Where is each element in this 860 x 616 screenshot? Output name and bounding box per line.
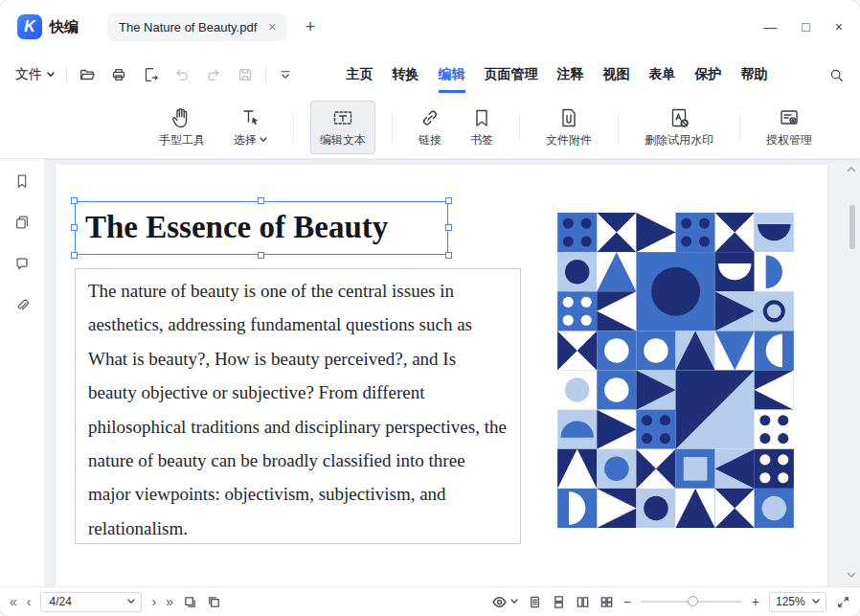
hand-icon [170, 106, 193, 129]
resize-handle[interactable] [258, 197, 264, 204]
button-label: 文件附件 [546, 132, 592, 148]
button-label: 授权管理 [766, 132, 812, 148]
next-view-button[interactable] [207, 595, 221, 609]
tab-home[interactable]: 主页 [347, 57, 373, 93]
last-page-button[interactable]: » [166, 595, 173, 608]
undo-icon [173, 66, 191, 83]
zoom-slider[interactable] [641, 595, 742, 608]
vertical-scrollbar-thumb[interactable] [849, 205, 855, 249]
hand-tool-button[interactable]: 手型工具 [149, 101, 215, 154]
titlebar: K 快编 The Nature of Beauty.pdf × + — □ × [0, 0, 860, 54]
bookmarks-panel-button[interactable] [13, 172, 31, 190]
next-view-icon [207, 595, 221, 609]
page-number-input[interactable]: 4/24 [40, 592, 142, 612]
tab-page-management[interactable]: 页面管理 [485, 57, 538, 93]
chevron-down-icon[interactable] [812, 599, 820, 605]
thumbnails-panel-button[interactable] [13, 214, 31, 231]
resize-handle[interactable] [71, 197, 78, 204]
previous-view-button[interactable] [183, 595, 197, 609]
open-file-button[interactable] [79, 66, 96, 83]
license-management-button[interactable]: 授权管理 [757, 101, 822, 154]
continuous-pages-icon [552, 595, 566, 609]
collapse-toolbar-button[interactable] [278, 67, 293, 82]
body-text-box[interactable]: The nature of beauty is one of the centr… [75, 268, 521, 544]
window-controls: — □ × [763, 20, 843, 34]
resize-handle[interactable] [445, 252, 452, 259]
tab-protect[interactable]: 保护 [695, 57, 722, 93]
print-button[interactable] [110, 66, 127, 83]
select-tool-button[interactable]: 选择 [224, 101, 277, 154]
menu-tabs: 主页 转换 编辑 页面管理 注释 视图 表单 保护 帮助 [347, 57, 768, 93]
chevron-down-icon[interactable] [127, 599, 135, 605]
save-button[interactable] [237, 66, 254, 83]
zoom-slider-thumb[interactable] [688, 596, 698, 606]
tab-form[interactable]: 表单 [649, 57, 676, 93]
next-page-button[interactable]: › [151, 595, 156, 608]
view-zoom-controls: − + 125% [491, 592, 850, 612]
tab-help[interactable]: 帮助 [741, 57, 768, 93]
document-area[interactable]: The Essence of Beauty The nature of beau… [44, 159, 860, 586]
previous-page-button[interactable]: ‹ [27, 595, 32, 608]
two-page-view-button[interactable] [576, 595, 590, 609]
new-tab-button[interactable]: + [305, 16, 315, 37]
edit-text-icon [331, 106, 354, 129]
selected-text-box[interactable]: The Essence of Beauty [75, 201, 448, 255]
pdf-page[interactable]: The Essence of Beauty The nature of beau… [56, 165, 827, 586]
collapse-toolbar-icon [278, 67, 293, 82]
divider [66, 66, 67, 83]
button-label: 书签 [470, 132, 493, 148]
quick-access-toolbar [79, 66, 254, 83]
tab-annotate[interactable]: 注释 [557, 57, 584, 93]
file-menu-button[interactable]: 文件 [15, 66, 55, 83]
zoom-in-button[interactable]: + [752, 595, 759, 608]
attachment-icon [557, 106, 580, 129]
redo-button[interactable] [205, 66, 222, 83]
first-page-button[interactable]: « [10, 595, 17, 608]
tab-view[interactable]: 视图 [603, 57, 630, 93]
window-close-button[interactable]: × [835, 20, 843, 34]
maximize-button[interactable]: □ [802, 20, 809, 34]
divider [392, 113, 393, 142]
document-tab[interactable]: The Nature of Beauty.pdf × [107, 13, 287, 41]
app-name: 快编 [50, 18, 79, 36]
export-file-button[interactable] [142, 66, 159, 83]
continuous-view-button[interactable] [552, 595, 566, 609]
undo-button[interactable] [173, 66, 191, 83]
zoom-level-select[interactable]: 125% [769, 592, 826, 612]
remove-trial-watermark-button[interactable]: 删除试用水印 [635, 101, 723, 154]
button-label: 编辑文本 [320, 132, 366, 148]
document-heading[interactable]: The Essence of Beauty [76, 202, 447, 252]
decorative-mosaic-image[interactable] [557, 213, 794, 528]
document-paragraph[interactable]: The nature of beauty is one of the centr… [88, 274, 508, 545]
search-icon [828, 67, 845, 83]
link-button[interactable]: 链接 [409, 101, 451, 154]
search-button[interactable] [828, 67, 845, 83]
bookmark-button[interactable]: 书签 [461, 101, 503, 154]
comments-panel-button[interactable] [13, 255, 31, 272]
resize-handle[interactable] [71, 252, 78, 259]
resize-handle[interactable] [445, 197, 452, 204]
zoom-out-button[interactable]: − [623, 595, 631, 608]
attachments-panel-button[interactable] [13, 296, 31, 313]
comment-icon [13, 255, 31, 272]
grid-view-button[interactable] [600, 595, 614, 609]
resize-handle[interactable] [258, 252, 264, 259]
single-page-view-button[interactable] [528, 595, 542, 609]
file-attachment-button[interactable]: 文件附件 [536, 101, 601, 154]
chevron-up-icon [846, 164, 857, 175]
fullscreen-button[interactable] [836, 595, 850, 609]
tab-close-icon[interactable]: × [268, 20, 276, 34]
minimize-button[interactable]: — [763, 20, 777, 34]
divider [739, 113, 740, 142]
divider [519, 113, 520, 142]
resize-handle[interactable] [71, 224, 78, 231]
tab-edit[interactable]: 编辑 [439, 57, 465, 93]
scroll-down-button[interactable] [846, 569, 857, 581]
tab-convert[interactable]: 转换 [393, 57, 419, 93]
workspace: The Essence of Beauty The nature of beau… [0, 159, 860, 586]
left-panel-bar [0, 159, 44, 586]
resize-handle[interactable] [445, 224, 452, 231]
scroll-up-button[interactable] [846, 164, 857, 175]
edit-text-button[interactable]: 编辑文本 [310, 101, 375, 154]
read-mode-button[interactable] [491, 594, 518, 610]
